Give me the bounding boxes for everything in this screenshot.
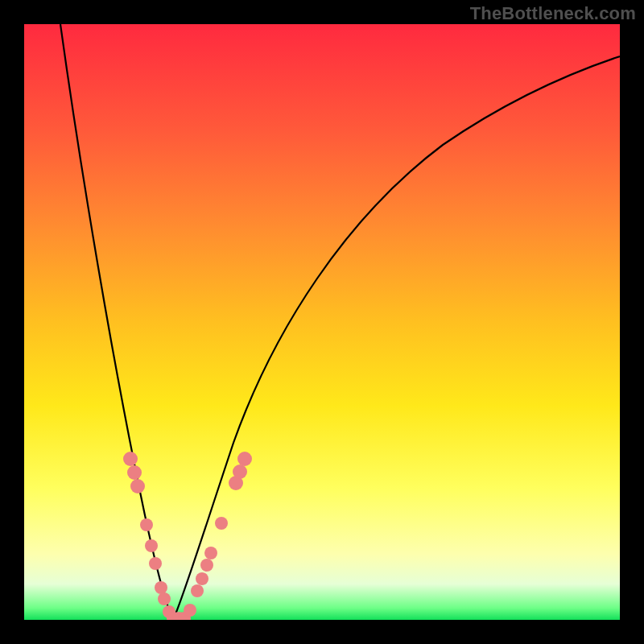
svg-point-0 — [123, 452, 138, 466]
svg-point-17 — [215, 517, 228, 530]
curve-right-branch — [173, 56, 620, 620]
svg-point-15 — [200, 559, 213, 572]
chart-svg — [24, 24, 620, 620]
svg-point-6 — [155, 581, 167, 594]
svg-point-19 — [233, 464, 247, 479]
svg-point-2 — [130, 479, 145, 493]
svg-point-7 — [158, 592, 171, 605]
svg-point-20 — [237, 452, 252, 466]
svg-point-16 — [204, 547, 217, 559]
marker-group — [123, 452, 252, 620]
watermark-text: TheBottleneck.com — [470, 3, 636, 24]
svg-point-14 — [196, 572, 208, 585]
svg-point-5 — [149, 557, 162, 570]
svg-point-12 — [184, 604, 196, 617]
svg-point-13 — [191, 584, 204, 597]
chart-plot-area — [24, 24, 620, 620]
svg-point-4 — [145, 539, 158, 552]
svg-point-1 — [127, 465, 142, 480]
svg-point-3 — [140, 518, 153, 531]
curve-left-branch — [60, 24, 173, 620]
